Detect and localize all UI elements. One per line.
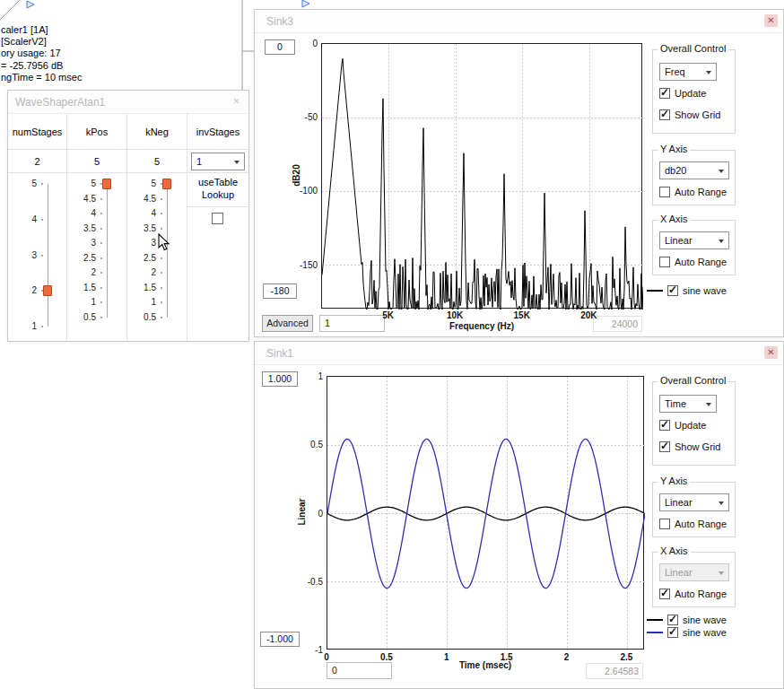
legend-item: sine wave: [647, 285, 727, 296]
slider-tick-dot: [41, 183, 43, 185]
advanced-button[interactable]: Advanced: [262, 315, 313, 332]
slider-tick-label: 2.5: [129, 253, 156, 263]
slider-tick-label: 4: [10, 214, 37, 224]
dropdown-value: Freq: [665, 66, 685, 77]
sink1-titlebar[interactable]: Sink1 ✕: [255, 342, 783, 365]
slider-tick-label: 0.5: [69, 312, 96, 322]
waveshaper-titlebar[interactable]: WaveShaperAtan1 ×: [8, 91, 248, 114]
slider-tick-label: 3: [10, 250, 37, 260]
y-tick-label: -0.5: [291, 577, 323, 587]
slider-tick-label: 1: [10, 321, 37, 331]
slider-tick-dot: [100, 228, 102, 230]
close-icon[interactable]: ✕: [764, 14, 778, 27]
scope-plot[interactable]: [327, 376, 644, 650]
value-readout[interactable]: 5: [154, 156, 160, 167]
slider-tick-label: 5: [10, 179, 37, 188]
value-readout[interactable]: 2: [34, 156, 39, 167]
slider-handle[interactable]: [102, 179, 111, 189]
slider-tick-dot: [161, 198, 162, 200]
connector-arrow-icon: [27, 1, 34, 8]
close-icon[interactable]: ×: [230, 95, 243, 108]
slider-tick-dot: [100, 198, 102, 200]
slider-tick-label: 2: [129, 267, 156, 277]
show-grid-checkbox[interactable]: [659, 441, 670, 452]
overall-mode-dropdown[interactable]: Freq: [659, 63, 717, 81]
slider-tick-dot: [161, 287, 162, 289]
slider-tick-dot: [161, 257, 162, 259]
dropdown-value: Linear: [665, 497, 693, 508]
y-axis-dropdown[interactable]: db20: [659, 161, 729, 179]
show-grid-checkbox[interactable]: [659, 109, 670, 120]
legend-label: sine wave: [683, 615, 727, 625]
y-tick-label: 0.5: [291, 440, 323, 449]
y-tick-label: 0: [291, 509, 323, 519]
x-axis-dropdown[interactable]: Linear: [659, 231, 729, 249]
overall-mode-dropdown[interactable]: Time: [659, 395, 717, 413]
waveshaper-column-numStages: numStages254321: [8, 114, 67, 341]
legend-checkbox[interactable]: [667, 615, 678, 625]
legend-label: sine wave: [683, 285, 727, 296]
slider-tick-label: 5: [69, 179, 96, 188]
slider-tick-dot: [100, 272, 102, 274]
value-readout[interactable]: 5: [94, 156, 100, 167]
slider-tick-dot: [161, 228, 162, 230]
slider-zone: useTableLookup: [187, 173, 248, 341]
update-row: Update: [659, 88, 706, 99]
slider-tick-label: 3: [129, 238, 156, 248]
y-axis-dropdown[interactable]: Linear: [659, 493, 729, 511]
legend-checkbox[interactable]: [667, 627, 678, 638]
chevron-down-icon: [234, 161, 240, 167]
slider-zone: 54.543.532.521.510.5: [67, 173, 126, 341]
slider-tick-dot: [161, 272, 162, 274]
slider-tick-dot: [161, 301, 162, 303]
legend-checkbox[interactable]: [667, 285, 678, 296]
checkbox-label: Auto Range: [675, 257, 727, 267]
slider-tick-dot: [41, 326, 43, 327]
spectrum-plot[interactable]: [321, 43, 642, 309]
invstages-dropdown[interactable]: 1: [191, 153, 245, 170]
dropdown-value: Linear: [665, 235, 693, 246]
slider-tick-label: 3: [69, 238, 96, 248]
dropdown-value: db20: [665, 165, 686, 176]
close-icon[interactable]: ✕: [764, 346, 778, 359]
dropdown-value: Time: [665, 398, 686, 409]
chevron-down-icon: [706, 403, 711, 409]
x-axis-label: Frequency (Hz): [428, 321, 536, 331]
connector-arrow-icon: [302, 0, 309, 7]
column-header: kPos: [67, 114, 126, 150]
slider-tick-label: 0.5: [129, 312, 156, 322]
waveshaper-column-invStages: invStages1useTableLookup: [187, 114, 248, 341]
slider-tick-dot: [100, 287, 102, 289]
dropdown-value: 1: [196, 156, 202, 167]
update-checkbox[interactable]: [659, 420, 670, 431]
slider-tick-dot: [161, 213, 162, 214]
checkbox-label: Show Grid: [675, 109, 720, 120]
x-auto-range-checkbox[interactable]: [659, 257, 670, 267]
update-checkbox[interactable]: [659, 88, 670, 99]
y-auto-range-checkbox[interactable]: [659, 187, 670, 197]
overall-control-group: Overall Control Time Update Show Grid: [652, 381, 736, 466]
slider-handle[interactable]: [162, 179, 171, 189]
slider-handle[interactable]: [43, 285, 52, 296]
y-tick-label: 1: [291, 371, 323, 381]
x-min-input[interactable]: 0: [327, 662, 392, 679]
chevron-down-icon: [719, 501, 724, 508]
group-label: Overall Control: [658, 375, 728, 386]
slider-track: [107, 184, 108, 318]
x-tick-label: 15K: [504, 310, 540, 320]
column-header: kNeg: [127, 114, 187, 150]
slider-tick-label: 3.5: [129, 223, 156, 233]
sink3-titlebar[interactable]: Sink3 ✕: [255, 10, 783, 33]
column-value: 5: [67, 150, 126, 173]
x-axis-dropdown[interactable]: Linear: [659, 563, 729, 581]
legend-label: sine wave: [683, 627, 727, 638]
x-auto-range-checkbox[interactable]: [659, 589, 670, 599]
usetable-lookup-checkbox[interactable]: [212, 213, 223, 224]
y-auto-range-checkbox[interactable]: [659, 519, 670, 529]
checkbox-label: Auto Range: [675, 519, 727, 529]
slider-tick-dot: [161, 317, 162, 318]
plot-canvas: [322, 44, 643, 310]
update-row: Update: [659, 420, 706, 431]
y-min-box[interactable]: -180: [263, 283, 297, 299]
legend-line: [647, 619, 663, 621]
